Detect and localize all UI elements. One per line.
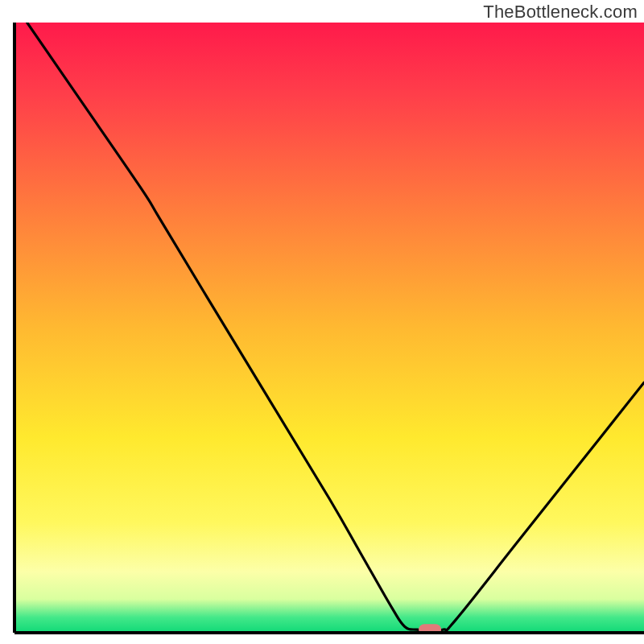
- gradient-background: [14, 23, 644, 633]
- watermark-text: TheBottleneck.com: [483, 2, 638, 23]
- bottleneck-chart: [0, 0, 644, 644]
- chart-container: TheBottleneck.com: [0, 0, 644, 644]
